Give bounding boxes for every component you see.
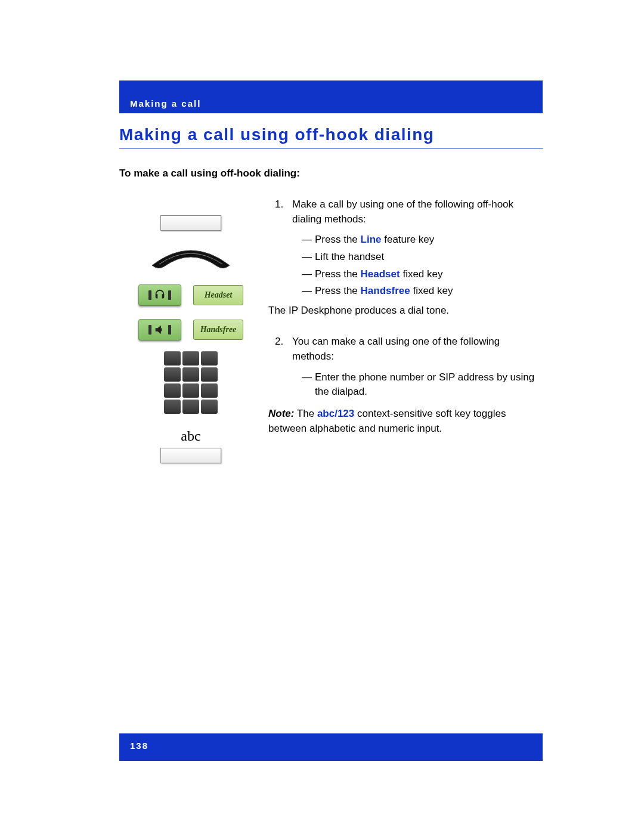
- footer-band: 138: [119, 733, 543, 761]
- abc123-keyword: abc/123: [317, 408, 354, 419]
- step-2-option: Enter the phone number or SIP address by…: [302, 370, 543, 400]
- headset-keyword: Headset: [361, 268, 400, 280]
- line-keyword: Line: [361, 234, 382, 245]
- handsfree-label: Handsfree: [193, 320, 243, 340]
- dialpad-icon: [164, 351, 218, 414]
- page-number: 138: [130, 741, 148, 751]
- step-1-lead: Make a call by using one of the followin…: [292, 199, 513, 225]
- step-1-option: Press the Handsfree fixed key: [302, 284, 543, 299]
- headset-key-row: Headset: [138, 284, 243, 306]
- headset-label: Headset: [193, 285, 243, 305]
- handsfree-fixed-key-icon: [138, 319, 181, 340]
- note-label: Note:: [268, 408, 294, 419]
- handset-icon: [146, 241, 236, 271]
- step-2: You can make a call using one of the fol…: [286, 335, 543, 436]
- softkey-button-icon: [160, 448, 221, 463]
- handsfree-key-row: Handsfree: [138, 319, 243, 340]
- step-2-note: Note: The abc/123 context-sensitive soft…: [268, 407, 543, 436]
- illustration-column: Headset Handsfree abc: [119, 197, 262, 474]
- softkey-button-icon: [160, 215, 221, 231]
- header-band: Making a call: [119, 80, 543, 113]
- step-1: Make a call by using one of the followin…: [286, 197, 543, 318]
- document-page: Making a call Making a call using off-ho…: [119, 80, 543, 474]
- header-section-label: Making a call: [130, 98, 201, 109]
- step-1-option: Lift the handset: [302, 250, 543, 265]
- step-2-lead: You can make a call using one of the fol…: [292, 336, 500, 362]
- page-title: Making a call using off-hook dialing: [119, 125, 543, 148]
- headset-fixed-key-icon: [138, 284, 181, 306]
- instruction-column: Make a call by using one of the followin…: [268, 197, 543, 474]
- handsfree-keyword: Handsfree: [361, 285, 410, 296]
- step-1-result: The IP Deskphone produces a dial tone.: [268, 304, 543, 318]
- abc-softkey-label: abc: [181, 428, 200, 444]
- intro-text: To make a call using off-hook dialing:: [119, 168, 543, 179]
- step-1-option: Press the Headset fixed key: [302, 267, 543, 282]
- content-row: Headset Handsfree abc: [119, 197, 543, 474]
- step-1-option: Press the Line feature key: [302, 233, 543, 247]
